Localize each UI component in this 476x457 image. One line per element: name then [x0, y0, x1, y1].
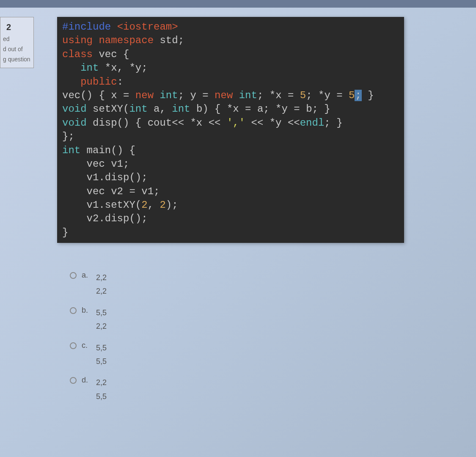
code-token: }; [62, 131, 74, 142]
code-token: 5 [349, 90, 355, 101]
code-token: v2.disp(); [62, 213, 148, 224]
code-line: using namespace std; [62, 34, 399, 47]
code-token: << *y << [245, 117, 300, 129]
code-token: ; [355, 90, 361, 101]
answer-option-c[interactable]: c.5,5 5,5 [70, 341, 107, 369]
radio-button[interactable] [70, 342, 77, 349]
code-token: std; [154, 35, 184, 46]
radio-button[interactable] [70, 307, 77, 314]
code-token: 5 [300, 90, 306, 101]
code-token [62, 76, 80, 88]
code-line: int *x, *y; [62, 61, 399, 75]
code-token: new [135, 90, 154, 101]
code-token: int [172, 103, 190, 115]
code-token: new [215, 90, 233, 101]
answer-text: 2,2 2,2 [96, 271, 107, 298]
code-token: vec v1; [62, 158, 129, 170]
answer-label: d. [82, 376, 91, 385]
answer-options: a.2,2 2,2b.5,5 2,2c.5,5 5,5d.2,2 5,5 [70, 271, 107, 411]
code-token: 2 [141, 199, 147, 211]
question-status: ed [3, 34, 31, 44]
flag-question-link[interactable]: g question [3, 54, 31, 64]
code-token: : [117, 76, 123, 88]
code-token [62, 62, 80, 74]
code-token: int [62, 145, 80, 156]
answer-label: c. [82, 341, 91, 350]
code-snippet: #include <iostream>using namespace std;c… [57, 17, 404, 243]
code-line: v2.disp(); [62, 212, 399, 226]
code-token: <iostream> [117, 21, 178, 33]
code-token: disp() { cout<< *x << [87, 117, 227, 129]
window-top-bar [0, 0, 476, 8]
code-token: ; *x = [257, 90, 300, 101]
code-line: #include <iostream> [62, 20, 399, 34]
code-line: vec v2 = v1; [62, 185, 399, 198]
answer-text: 5,5 5,5 [96, 341, 107, 369]
question-info-box: 2 ed d out of g question [0, 17, 34, 68]
code-token: v1.setXY( [62, 199, 141, 211]
code-token: } [362, 90, 374, 101]
code-token: b) { *x = a; *y = b; } [190, 103, 330, 115]
answer-label: b. [82, 306, 91, 315]
code-token: ',' [227, 117, 245, 129]
question-sidebar: 2 ed d out of g question [0, 17, 34, 68]
code-token: main() { [80, 145, 135, 156]
code-token [111, 21, 117, 33]
code-token: class [62, 49, 93, 60]
code-token: ; *y = [306, 90, 349, 101]
answer-option-b[interactable]: b.5,5 2,2 [70, 306, 107, 333]
code-token: int [80, 62, 99, 74]
answer-label: a. [82, 271, 91, 280]
code-token [154, 90, 160, 101]
radio-button[interactable] [70, 272, 77, 279]
code-token: using [62, 35, 93, 46]
answer-option-d[interactable]: d.2,2 5,5 [70, 376, 107, 403]
code-token: vec() { x = [62, 90, 135, 101]
code-token: int [239, 90, 257, 101]
code-token: endl [300, 117, 325, 129]
code-token: ); [166, 199, 178, 211]
code-token: *x, *y; [99, 62, 147, 74]
code-token: ; } [324, 117, 342, 129]
code-token: vec v2 = v1; [62, 186, 160, 197]
code-token: 2 [160, 199, 165, 211]
code-line: public: [62, 75, 399, 89]
code-token: void [62, 117, 87, 129]
code-line: vec v1; [62, 157, 399, 171]
question-marks: d out of [3, 44, 31, 54]
code-line: void setXY(int a, int b) { *x = a; *y = … [62, 102, 399, 116]
code-line: class vec { [62, 48, 399, 61]
question-number: 2 [3, 21, 31, 34]
code-token: int [129, 103, 147, 115]
answer-option-a[interactable]: a.2,2 2,2 [70, 271, 107, 298]
code-line: v1.setXY(2, 2); [62, 198, 399, 212]
code-line: v1.disp(); [62, 171, 399, 184]
code-token: void [62, 103, 87, 115]
code-token [93, 35, 99, 46]
code-token: vec { [93, 49, 129, 60]
code-token: #include [62, 21, 111, 33]
code-line: } [62, 226, 399, 240]
code-token: public [80, 76, 117, 88]
answer-text: 5,5 2,2 [96, 306, 107, 333]
code-line: vec() { x = new int; y = new int; *x = 5… [62, 89, 399, 102]
code-token: } [62, 227, 68, 238]
code-line: }; [62, 130, 399, 143]
code-token: a, [148, 103, 172, 115]
radio-button[interactable] [70, 377, 77, 384]
code-token: setXY( [87, 103, 129, 115]
code-token: namespace [99, 35, 154, 46]
answer-text: 2,2 5,5 [96, 376, 107, 403]
code-line: void disp() { cout<< *x << ',' << *y <<e… [62, 116, 399, 130]
code-token: ; y = [178, 90, 215, 101]
code-token: , [148, 199, 160, 211]
code-line: int main() { [62, 144, 399, 157]
code-token [233, 90, 239, 101]
code-token: v1.disp(); [62, 172, 148, 183]
code-token: int [160, 90, 178, 101]
